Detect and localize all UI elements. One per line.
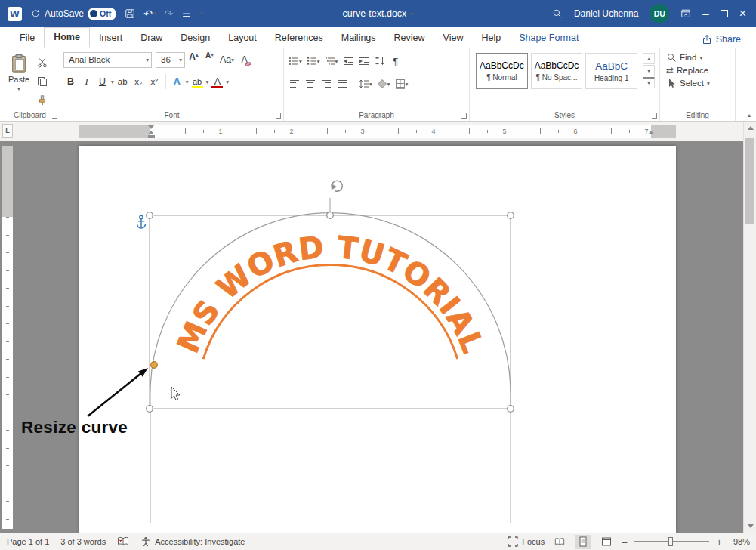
align-left-button[interactable]: [287, 76, 301, 92]
zoom-out-button[interactable]: –: [622, 536, 627, 548]
tab-shape-format[interactable]: Shape Format: [510, 29, 588, 48]
grow-font-button[interactable]: A ▴: [187, 51, 201, 68]
bullets-button[interactable]: ▾: [287, 53, 304, 70]
tab-design[interactable]: Design: [171, 29, 219, 48]
clipboard-dialog-launcher[interactable]: [52, 113, 57, 119]
text-effects-button[interactable]: A: [170, 73, 184, 90]
page-indicator[interactable]: Page 1 of 1: [7, 537, 49, 546]
vertical-ruler[interactable]: [2, 146, 13, 529]
copy-button[interactable]: [35, 73, 49, 89]
justify-button[interactable]: [335, 76, 349, 92]
word-app-icon[interactable]: W: [8, 7, 22, 21]
cut-button[interactable]: [35, 54, 49, 70]
zoom-level[interactable]: 98%: [729, 537, 750, 546]
document-page[interactable]: [79, 146, 676, 533]
replace-button[interactable]: ⇄ Replace: [666, 65, 732, 76]
highlight-color-button[interactable]: ab: [190, 73, 205, 90]
web-layout-button[interactable]: [598, 535, 615, 549]
superscript-button[interactable]: x²: [147, 73, 162, 90]
highlight-dropdown-icon[interactable]: ▾: [206, 79, 209, 85]
styles-gallery-more[interactable]: ▾: [643, 77, 655, 88]
tab-stop-selector[interactable]: L: [2, 124, 13, 138]
left-indent-marker[interactable]: [148, 135, 155, 138]
strikethrough-button[interactable]: ab: [116, 73, 130, 90]
tab-insert[interactable]: Insert: [90, 29, 131, 48]
change-case-button[interactable]: Aa ▾: [218, 51, 236, 68]
bold-button[interactable]: B: [63, 73, 78, 90]
zoom-in-button[interactable]: +: [716, 536, 722, 548]
font-dialog-launcher[interactable]: [276, 113, 281, 119]
style-no-spacing[interactable]: AaBbCcDc ¶ No Spac...: [531, 53, 583, 89]
autosave-pill[interactable]: Off: [88, 8, 116, 20]
scrollbar-thumb[interactable]: [745, 138, 754, 224]
autosave-toggle[interactable]: AutoSave Off: [30, 8, 116, 20]
styles-scroll-up[interactable]: ▴: [643, 53, 655, 64]
vertical-scrollbar[interactable]: [743, 122, 756, 533]
tab-help[interactable]: Help: [472, 29, 510, 48]
italic-button[interactable]: I: [79, 73, 94, 90]
numbering-button[interactable]: ▾: [305, 53, 322, 70]
clear-formatting-button[interactable]: A: [237, 51, 251, 68]
shading-button[interactable]: ▾: [375, 76, 392, 92]
proofing-status[interactable]: [117, 536, 129, 547]
paste-dropdown-icon[interactable]: ▾: [17, 85, 20, 92]
close-button[interactable]: ×: [739, 7, 746, 20]
zoom-slider-thumb[interactable]: [668, 537, 673, 546]
styles-dialog-launcher[interactable]: [652, 113, 657, 119]
borders-button[interactable]: ▾: [393, 76, 410, 92]
user-name[interactable]: Daniel Uchenna: [574, 8, 638, 19]
subscript-button[interactable]: x₂: [131, 73, 146, 90]
tab-home[interactable]: Home: [44, 27, 90, 48]
sort-button[interactable]: [372, 53, 387, 70]
touch-mouse-mode-button[interactable]: [181, 8, 192, 19]
decrease-indent-button[interactable]: [341, 53, 355, 70]
style-normal[interactable]: AaBbCcDc ¶ Normal: [476, 53, 528, 89]
text-effects-dropdown-icon[interactable]: ▾: [186, 79, 189, 85]
print-layout-button[interactable]: [575, 535, 591, 549]
search-icon[interactable]: [552, 8, 563, 19]
ribbon-display-options-icon[interactable]: [680, 8, 691, 19]
document-title[interactable]: curve-text.docx ▾: [343, 0, 414, 27]
tab-draw[interactable]: Draw: [131, 29, 171, 48]
multilevel-list-button[interactable]: ▾: [323, 53, 340, 70]
tab-view[interactable]: View: [434, 29, 473, 48]
align-right-button[interactable]: [319, 76, 333, 92]
paste-button[interactable]: Paste ▾: [3, 51, 35, 109]
first-line-indent-marker[interactable]: [148, 125, 154, 129]
font-size-dropdown-icon[interactable]: ▾: [179, 57, 182, 63]
find-button[interactable]: Find ▾: [666, 52, 732, 63]
minimize-button[interactable]: –: [702, 10, 708, 17]
font-color-button[interactable]: A: [210, 73, 224, 90]
undo-dropdown-icon[interactable]: ▾: [153, 11, 156, 17]
tab-file[interactable]: File: [11, 29, 44, 48]
show-formatting-marks-button[interactable]: ¶: [388, 53, 403, 70]
select-button[interactable]: Select ▾: [666, 78, 732, 88]
tab-review[interactable]: Review: [385, 29, 434, 48]
font-name-dropdown-icon[interactable]: ▾: [146, 57, 149, 63]
read-mode-button[interactable]: [551, 535, 568, 549]
increase-indent-button[interactable]: [356, 53, 371, 70]
collapse-ribbon-button[interactable]: ▴: [748, 112, 751, 119]
tab-layout[interactable]: Layout: [219, 29, 266, 48]
qat-customize-button[interactable]: ▾: [200, 11, 203, 17]
accessibility-status[interactable]: Accessibility: Investigate: [140, 536, 245, 547]
line-spacing-button[interactable]: ▾: [357, 76, 374, 92]
scroll-up-button[interactable]: [744, 122, 756, 134]
right-indent-marker[interactable]: [648, 131, 654, 134]
format-painter-button[interactable]: [35, 93, 49, 109]
style-heading1[interactable]: AaBbC Heading 1: [585, 53, 637, 89]
share-button[interactable]: Share: [702, 34, 741, 45]
align-center-button[interactable]: [303, 76, 317, 92]
word-count[interactable]: 3 of 3 words: [60, 537, 106, 546]
maximize-button[interactable]: [721, 10, 728, 17]
zoom-slider[interactable]: [634, 541, 709, 543]
hanging-indent-marker[interactable]: [148, 131, 154, 134]
save-button[interactable]: [125, 8, 135, 19]
undo-button[interactable]: ↶ ▾: [143, 8, 156, 20]
focus-mode-button[interactable]: Focus: [508, 536, 545, 547]
underline-button[interactable]: U: [95, 73, 110, 90]
styles-scroll-down[interactable]: ▾: [643, 65, 655, 76]
font-color-dropdown-icon[interactable]: ▾: [226, 79, 229, 85]
redo-button[interactable]: ↷: [164, 8, 173, 20]
tab-references[interactable]: References: [266, 29, 332, 48]
